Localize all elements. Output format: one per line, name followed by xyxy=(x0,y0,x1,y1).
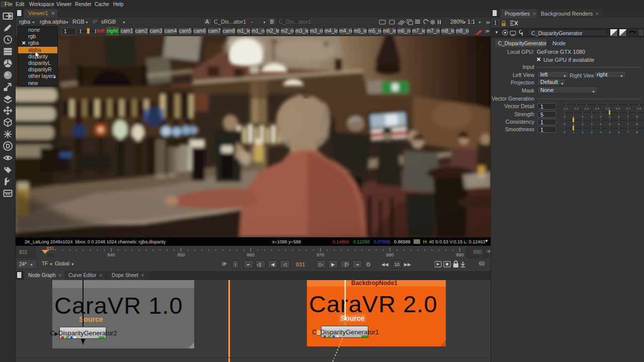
svg-text:3: 3 xyxy=(591,123,593,126)
svg-text:0.7: 0.7 xyxy=(626,107,631,110)
svg-text:0: 0 xyxy=(564,131,566,134)
svg-text:890: 890 xyxy=(456,252,463,257)
svg-text:0.3: 0.3 xyxy=(585,107,589,110)
svg-text:5: 5 xyxy=(609,115,611,118)
svg-text:3: 3 xyxy=(591,115,593,118)
svg-text:7: 7 xyxy=(627,115,629,118)
svg-text:831: 831 xyxy=(47,253,54,258)
svg-text:0: 0 xyxy=(564,115,566,118)
svg-text:6: 6 xyxy=(618,123,620,126)
svg-text:2: 2 xyxy=(582,115,584,118)
svg-text:0.6: 0.6 xyxy=(616,107,620,110)
svg-text:D: D xyxy=(6,143,10,150)
svg-text:5: 5 xyxy=(609,131,611,134)
svg-text:2: 2 xyxy=(582,131,584,134)
svg-text:2: 2 xyxy=(582,123,584,126)
svg-text:6: 6 xyxy=(618,115,620,118)
svg-text:850: 850 xyxy=(177,252,185,257)
svg-text:0.4: 0.4 xyxy=(595,107,600,110)
svg-text:0: 0 xyxy=(564,123,566,126)
svg-text:8: 8 xyxy=(636,131,638,134)
svg-text:1: 1 xyxy=(573,131,575,134)
svg-text:0.8: 0.8 xyxy=(637,107,641,110)
svg-text:880: 880 xyxy=(386,252,393,257)
svg-text:0.2: 0.2 xyxy=(575,107,579,110)
svg-text:840: 840 xyxy=(107,252,115,257)
svg-text:4: 4 xyxy=(600,123,602,126)
svg-text:5: 5 xyxy=(609,123,611,126)
svg-text:1: 1 xyxy=(573,123,575,126)
svg-text:870: 870 xyxy=(316,252,324,257)
svg-text:3: 3 xyxy=(591,131,593,134)
svg-text:8: 8 xyxy=(636,123,638,126)
svg-text:0.1: 0.1 xyxy=(564,107,569,110)
svg-text:860: 860 xyxy=(247,252,254,257)
svg-text:0.5: 0.5 xyxy=(606,107,610,110)
svg-text:7: 7 xyxy=(627,131,629,134)
svg-text:7: 7 xyxy=(627,123,629,126)
svg-text:6: 6 xyxy=(618,131,620,134)
svg-text:4: 4 xyxy=(600,131,602,134)
svg-text:4: 4 xyxy=(600,115,602,118)
svg-text:8: 8 xyxy=(636,115,638,118)
